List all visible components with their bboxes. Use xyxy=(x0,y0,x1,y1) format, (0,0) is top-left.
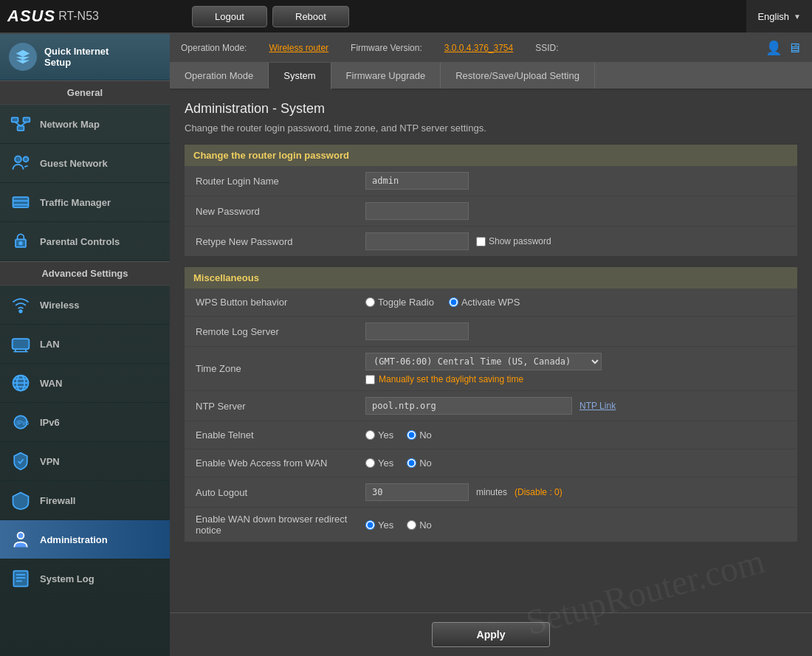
guest-network-icon xyxy=(9,151,32,175)
wps-activate-radio[interactable] xyxy=(449,297,458,307)
remote-log-row: Remote Log Server xyxy=(185,317,797,347)
language-selector[interactable]: English ▼ xyxy=(746,0,812,32)
login-name-row: Router Login Name xyxy=(185,166,797,196)
auto-logout-label: Auto Logout xyxy=(196,487,365,498)
web-no-radio[interactable] xyxy=(407,458,416,468)
main-area: Operation Mode: Wireless router Firmware… xyxy=(170,34,812,656)
sidebar-item-system-log[interactable]: System Log xyxy=(0,559,170,598)
ntp-link[interactable]: NTP Link xyxy=(579,401,616,411)
dst-checkbox[interactable] xyxy=(365,375,375,384)
wan-down-yes-radio[interactable] xyxy=(365,520,375,530)
sidebar-item-lan[interactable]: LAN xyxy=(0,325,170,364)
web-access-label: Enable Web Access from WAN xyxy=(196,458,365,469)
new-password-input[interactable] xyxy=(365,202,469,220)
wan-down-control: Yes No xyxy=(365,519,786,531)
tab-system[interactable]: System xyxy=(269,63,331,90)
firmware-label: Firmware Version: xyxy=(351,43,422,53)
misc-section-body: WPS Button behavior Toggle Radio Activat… xyxy=(185,289,797,542)
wps-control: Toggle Radio Activate WPS xyxy=(365,297,786,308)
display-icon: 🖥 xyxy=(788,41,801,56)
sidebar-item-vpn[interactable]: VPN xyxy=(0,442,170,481)
sidebar-item-quick-setup[interactable]: Quick InternetSetup xyxy=(0,34,170,80)
network-map-icon xyxy=(9,112,32,136)
sidebar-item-network-map[interactable]: Network Map xyxy=(0,105,170,144)
web-yes-radio[interactable] xyxy=(365,458,375,468)
traffic-manager-icon xyxy=(9,190,32,214)
password-section-body: Router Login Name New Password Retype Ne… xyxy=(185,166,797,256)
new-password-control xyxy=(365,202,786,220)
lan-icon xyxy=(9,332,32,356)
sidebar-item-wan[interactable]: WAN xyxy=(0,364,170,403)
login-name-input[interactable] xyxy=(365,172,469,190)
sidebar-label-network-map: Network Map xyxy=(40,119,100,130)
ipv6-icon: IPv6 xyxy=(9,410,32,434)
page-title: Administration - System xyxy=(185,101,797,117)
tab-restore-save[interactable]: Restore/Save/Upload Setting xyxy=(441,63,595,89)
telnet-no-label[interactable]: No xyxy=(407,429,432,441)
logout-button[interactable]: Logout xyxy=(192,6,267,27)
web-yes-label[interactable]: Yes xyxy=(365,458,393,469)
web-access-row: Enable Web Access from WAN Yes No xyxy=(185,449,797,477)
operation-mode-value[interactable]: Wireless router xyxy=(269,43,328,53)
timezone-control: (GMT-06:00) Central Time (US, Canada) (G… xyxy=(365,353,786,384)
new-password-row: New Password xyxy=(185,196,797,227)
firewall-icon xyxy=(9,488,32,512)
wps-activate-label[interactable]: Activate WPS xyxy=(449,297,520,308)
auto-logout-input[interactable] xyxy=(365,483,469,501)
ntp-input[interactable] xyxy=(365,397,572,415)
tabs-bar: Operation Mode System Firmware Upgrade R… xyxy=(170,63,812,90)
sidebar-label-ipv6: IPv6 xyxy=(40,417,60,428)
sidebar-label-lan: LAN xyxy=(40,339,60,350)
login-name-label: Router Login Name xyxy=(196,176,365,187)
ntp-label: NTP Server xyxy=(196,401,365,412)
retype-password-input[interactable] xyxy=(365,232,469,250)
svg-point-5 xyxy=(15,156,21,162)
show-password-checkbox[interactable] xyxy=(476,237,486,246)
tab-firmware-upgrade[interactable]: Firmware Upgrade xyxy=(331,63,441,89)
telnet-no-radio[interactable] xyxy=(407,430,416,440)
svg-rect-0 xyxy=(12,117,18,122)
wan-down-yes-label[interactable]: Yes xyxy=(365,519,393,531)
web-no-label[interactable]: No xyxy=(407,458,432,469)
sidebar-item-administration[interactable]: Administration xyxy=(0,520,170,559)
timezone-select[interactable]: (GMT-06:00) Central Time (US, Canada) (G… xyxy=(365,353,602,370)
wps-toggle-radio[interactable] xyxy=(365,297,375,307)
web-access-control: Yes No xyxy=(365,458,786,469)
apply-button[interactable]: Apply xyxy=(432,622,551,647)
header-buttons: Logout Reboot xyxy=(170,6,746,27)
dst-wrap: Manually set the daylight saving time xyxy=(365,374,523,384)
telnet-yes-radio[interactable] xyxy=(365,430,375,440)
sidebar-item-ipv6[interactable]: IPv6 IPv6 xyxy=(0,403,170,442)
sidebar-label-wireless: Wireless xyxy=(40,300,79,311)
tab-operation-mode[interactable]: Operation Mode xyxy=(170,63,269,89)
wan-down-no-label[interactable]: No xyxy=(407,519,432,531)
new-password-label: New Password xyxy=(196,206,365,217)
show-password-label[interactable]: Show password xyxy=(476,236,551,246)
sidebar-item-firewall[interactable]: Firewall xyxy=(0,481,170,520)
quick-setup-icon xyxy=(9,43,37,71)
operation-mode-label: Operation Mode: xyxy=(181,43,247,53)
retype-password-row: Retype New Password Show password xyxy=(185,227,797,256)
wireless-icon xyxy=(9,293,32,317)
firmware-value[interactable]: 3.0.0.4.376_3754 xyxy=(444,43,513,53)
telnet-label: Enable Telnet xyxy=(196,429,365,441)
sidebar-label-vpn: VPN xyxy=(40,456,60,467)
header: ASUS RT-N53 Logout Reboot English ▼ xyxy=(0,0,812,34)
wan-down-row: Enable WAN down browser redirect notice … xyxy=(185,508,797,542)
misc-section-header: Miscellaneous xyxy=(185,267,797,289)
sidebar-label-administration: Administration xyxy=(40,534,108,545)
remote-log-input[interactable] xyxy=(365,322,469,340)
sidebar-item-guest-network[interactable]: Guest Network xyxy=(0,144,170,183)
reboot-button[interactable]: Reboot xyxy=(272,6,349,27)
sidebar-item-wireless[interactable]: Wireless xyxy=(0,286,170,325)
svg-point-6 xyxy=(24,156,29,162)
sidebar-item-traffic-manager[interactable]: Traffic Manager xyxy=(0,183,170,222)
page-description: Change the router login password, time z… xyxy=(185,122,797,134)
sidebar-item-parental-controls[interactable]: Parental Controls xyxy=(0,222,170,261)
telnet-yes-label[interactable]: Yes xyxy=(365,429,393,441)
wps-toggle-radio-label[interactable]: Toggle Radio xyxy=(365,297,434,308)
svg-point-24 xyxy=(18,532,24,539)
wan-down-no-radio[interactable] xyxy=(407,520,416,530)
telnet-control: Yes No xyxy=(365,429,786,441)
sidebar: Quick InternetSetup General Network Map xyxy=(0,34,170,656)
